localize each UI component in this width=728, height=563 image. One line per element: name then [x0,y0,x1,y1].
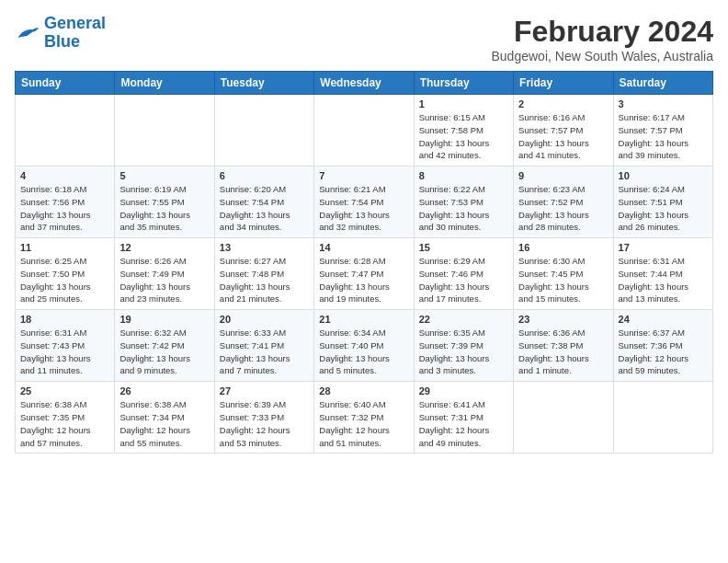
calendar-cell: 23Sunrise: 6:36 AMSunset: 7:38 PMDayligh… [514,310,613,382]
page-subtitle: Budgewoi, New South Wales, Australia [492,49,714,63]
calendar-cell: 16Sunrise: 6:30 AMSunset: 7:45 PMDayligh… [514,238,613,310]
calendar-col-header: Tuesday [214,72,313,95]
calendar-cell: 3Sunrise: 6:17 AMSunset: 7:57 PMDaylight… [613,95,712,167]
day-info: Sunrise: 6:15 AMSunset: 7:58 PMDaylight:… [419,111,508,162]
day-number: 20 [220,314,309,325]
day-number: 14 [319,242,408,253]
day-info: Sunrise: 6:37 AMSunset: 7:36 PMDaylight:… [619,327,708,377]
day-info: Sunrise: 6:36 AMSunset: 7:38 PMDaylight:… [518,327,608,377]
calendar-cell: 9Sunrise: 6:23 AMSunset: 7:52 PMDaylight… [514,167,613,238]
day-number: 15 [419,242,508,253]
day-info: Sunrise: 6:35 AMSunset: 7:39 PMDaylight:… [419,327,508,377]
calendar-table: SundayMondayTuesdayWednesdayThursdayFrid… [15,71,713,454]
day-number: 2 [518,98,608,109]
calendar-cell: 8Sunrise: 6:22 AMSunset: 7:53 PMDaylight… [414,167,513,238]
logo: General Blue [15,15,106,52]
day-info: Sunrise: 6:38 AMSunset: 7:34 PMDaylight:… [119,398,209,449]
day-number: 3 [619,98,708,109]
day-number: 24 [619,314,708,325]
calendar-cell: 25Sunrise: 6:38 AMSunset: 7:35 PMDayligh… [16,382,115,454]
logo-bird-icon [15,23,40,43]
calendar-cell: 7Sunrise: 6:21 AMSunset: 7:54 PMDaylight… [314,167,414,238]
calendar-col-header: Sunday [16,72,115,95]
calendar-cell: 12Sunrise: 6:26 AMSunset: 7:49 PMDayligh… [115,238,214,310]
day-info: Sunrise: 6:27 AMSunset: 7:48 PMDaylight:… [220,255,309,305]
day-info: Sunrise: 6:32 AMSunset: 7:42 PMDaylight:… [119,327,209,377]
page-header: General Blue February 2024 Budgewoi, New… [15,15,713,63]
calendar-cell: 29Sunrise: 6:41 AMSunset: 7:31 PMDayligh… [414,382,513,454]
calendar-cell: 1Sunrise: 6:15 AMSunset: 7:58 PMDaylight… [414,95,513,167]
day-info: Sunrise: 6:22 AMSunset: 7:53 PMDaylight:… [419,183,508,234]
day-number: 18 [20,314,109,325]
day-number: 27 [220,385,309,396]
day-number: 17 [619,242,708,253]
calendar-week-row: 25Sunrise: 6:38 AMSunset: 7:35 PMDayligh… [16,382,713,454]
calendar-cell: 24Sunrise: 6:37 AMSunset: 7:36 PMDayligh… [613,310,712,382]
day-number: 12 [119,242,209,253]
calendar-cell: 19Sunrise: 6:32 AMSunset: 7:42 PMDayligh… [115,310,214,382]
page-title: February 2024 [492,15,714,49]
calendar-col-header: Wednesday [314,72,414,95]
day-info: Sunrise: 6:29 AMSunset: 7:46 PMDaylight:… [419,255,508,305]
day-number: 7 [319,170,408,181]
calendar-cell: 2Sunrise: 6:16 AMSunset: 7:57 PMDaylight… [514,95,613,167]
day-number: 8 [419,170,508,181]
title-block: February 2024 Budgewoi, New South Wales,… [492,15,714,63]
calendar-week-row: 4Sunrise: 6:18 AMSunset: 7:56 PMDaylight… [16,167,713,238]
day-info: Sunrise: 6:21 AMSunset: 7:54 PMDaylight:… [319,183,408,234]
calendar-cell: 13Sunrise: 6:27 AMSunset: 7:48 PMDayligh… [214,238,313,310]
day-number: 16 [518,242,608,253]
day-number: 19 [119,314,209,325]
calendar-cell: 28Sunrise: 6:40 AMSunset: 7:32 PMDayligh… [314,382,414,454]
day-number: 4 [20,170,109,181]
calendar-col-header: Monday [115,72,214,95]
calendar-cell: 22Sunrise: 6:35 AMSunset: 7:39 PMDayligh… [414,310,513,382]
day-info: Sunrise: 6:30 AMSunset: 7:45 PMDaylight:… [518,255,608,305]
calendar-cell [115,95,214,167]
calendar-body: 1Sunrise: 6:15 AMSunset: 7:58 PMDaylight… [16,95,713,454]
day-info: Sunrise: 6:19 AMSunset: 7:55 PMDaylight:… [119,183,209,234]
calendar-cell: 15Sunrise: 6:29 AMSunset: 7:46 PMDayligh… [414,238,513,310]
day-info: Sunrise: 6:33 AMSunset: 7:41 PMDaylight:… [220,327,309,377]
calendar-cell [16,95,115,167]
calendar-cell: 17Sunrise: 6:31 AMSunset: 7:44 PMDayligh… [613,238,712,310]
calendar-cell [314,95,414,167]
calendar-header-row: SundayMondayTuesdayWednesdayThursdayFrid… [16,72,713,95]
calendar-cell: 10Sunrise: 6:24 AMSunset: 7:51 PMDayligh… [613,167,712,238]
day-info: Sunrise: 6:17 AMSunset: 7:57 PMDaylight:… [619,111,708,162]
logo-name-part2: Blue [44,32,80,51]
day-info: Sunrise: 6:16 AMSunset: 7:57 PMDaylight:… [518,111,608,162]
day-info: Sunrise: 6:38 AMSunset: 7:35 PMDaylight:… [20,398,109,449]
calendar-week-row: 18Sunrise: 6:31 AMSunset: 7:43 PMDayligh… [16,310,713,382]
day-info: Sunrise: 6:20 AMSunset: 7:54 PMDaylight:… [220,183,309,234]
calendar-cell [613,382,712,454]
calendar-cell: 4Sunrise: 6:18 AMSunset: 7:56 PMDaylight… [16,167,115,238]
day-number: 26 [119,385,209,396]
day-number: 25 [20,385,109,396]
day-info: Sunrise: 6:24 AMSunset: 7:51 PMDaylight:… [619,183,708,234]
calendar-cell [514,382,613,454]
day-number: 22 [419,314,508,325]
calendar-cell [214,95,313,167]
day-info: Sunrise: 6:18 AMSunset: 7:56 PMDaylight:… [20,183,109,234]
calendar-cell: 6Sunrise: 6:20 AMSunset: 7:54 PMDaylight… [214,167,313,238]
day-info: Sunrise: 6:23 AMSunset: 7:52 PMDaylight:… [518,183,608,234]
logo-text: General Blue [44,15,106,52]
calendar-cell: 11Sunrise: 6:25 AMSunset: 7:50 PMDayligh… [16,238,115,310]
logo-name-part1: General [44,14,106,32]
day-number: 23 [518,314,608,325]
day-info: Sunrise: 6:41 AMSunset: 7:31 PMDaylight:… [419,398,508,449]
calendar-cell: 20Sunrise: 6:33 AMSunset: 7:41 PMDayligh… [214,310,313,382]
calendar-col-header: Thursday [414,72,513,95]
day-info: Sunrise: 6:31 AMSunset: 7:43 PMDaylight:… [20,327,109,377]
calendar-week-row: 1Sunrise: 6:15 AMSunset: 7:58 PMDaylight… [16,95,713,167]
day-number: 11 [20,242,109,253]
day-info: Sunrise: 6:28 AMSunset: 7:47 PMDaylight:… [319,255,408,305]
day-number: 10 [619,170,708,181]
calendar-cell: 14Sunrise: 6:28 AMSunset: 7:47 PMDayligh… [314,238,414,310]
day-number: 9 [518,170,608,181]
calendar-cell: 18Sunrise: 6:31 AMSunset: 7:43 PMDayligh… [16,310,115,382]
day-info: Sunrise: 6:31 AMSunset: 7:44 PMDaylight:… [619,255,708,305]
day-info: Sunrise: 6:25 AMSunset: 7:50 PMDaylight:… [20,255,109,305]
day-number: 5 [119,170,209,181]
